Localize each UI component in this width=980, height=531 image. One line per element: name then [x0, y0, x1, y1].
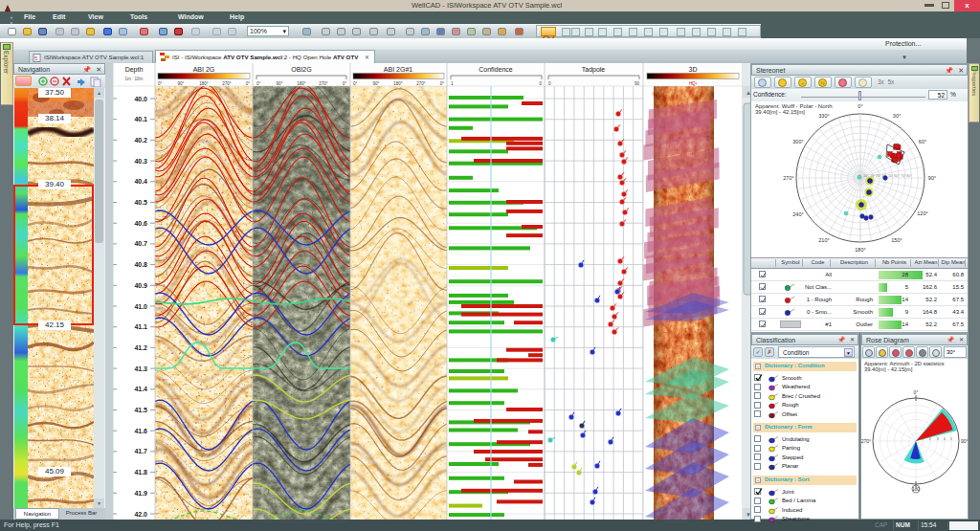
- svg-text:41.4: 41.4: [134, 386, 147, 392]
- svg-text:180°: 180°: [393, 81, 403, 86]
- svg-text:3: 3: [937, 437, 939, 441]
- svg-text:270°: 270°: [783, 175, 793, 181]
- svg-text:41.8: 41.8: [134, 469, 147, 476]
- svg-text:90°: 90°: [928, 175, 936, 181]
- svg-text:1: 1: [922, 437, 924, 441]
- svg-text:41.9: 41.9: [134, 490, 147, 497]
- svg-text:0°: 0°: [246, 81, 251, 86]
- svg-text:90°: 90°: [178, 81, 185, 86]
- svg-text:0°: 0°: [858, 103, 862, 109]
- svg-text:ABI 2G: ABI 2G: [193, 66, 215, 73]
- svg-text:41.0: 41.0: [134, 303, 147, 310]
- svg-text:40.2: 40.2: [134, 137, 147, 144]
- svg-text:0°: 0°: [440, 81, 445, 86]
- svg-text:41.1: 41.1: [134, 323, 147, 330]
- svg-text:60°: 60°: [919, 139, 926, 144]
- svg-text:41.2: 41.2: [134, 344, 147, 351]
- svg-text:ABI 2G#1: ABI 2G#1: [384, 66, 412, 73]
- svg-text:90: 90: [635, 81, 640, 86]
- svg-text:HQ¹: HQ¹: [689, 81, 698, 86]
- svg-text:40.4: 40.4: [134, 178, 147, 185]
- svg-text:41.3: 41.3: [134, 365, 147, 372]
- svg-text:240°: 240°: [792, 211, 803, 217]
- svg-text:0°: 0°: [914, 389, 919, 395]
- svg-text:5: 5: [950, 437, 952, 441]
- svg-text:270°: 270°: [861, 438, 871, 444]
- svg-text:150°: 150°: [891, 237, 902, 243]
- svg-text:40.6: 40.6: [134, 220, 147, 227]
- svg-text:330°: 330°: [818, 113, 829, 119]
- svg-text:Tadpole: Tadpole: [582, 66, 606, 74]
- svg-text:180°: 180°: [199, 81, 209, 86]
- svg-text:180: 180: [912, 487, 920, 492]
- svg-text:270°: 270°: [222, 81, 232, 86]
- svg-text:3D: 3D: [689, 66, 698, 73]
- svg-text:40.8: 40.8: [134, 261, 147, 268]
- svg-text:90°: 90°: [373, 81, 380, 86]
- svg-text:210°: 210°: [818, 237, 829, 243]
- svg-text:90°: 90°: [961, 438, 968, 444]
- svg-text:2: 2: [929, 437, 931, 441]
- svg-text:40.9: 40.9: [134, 282, 147, 289]
- svg-text:41.7: 41.7: [134, 448, 147, 454]
- svg-text:180°: 180°: [855, 247, 865, 253]
- svg-text:4: 4: [944, 437, 946, 441]
- svg-text:0°: 0°: [353, 81, 358, 86]
- svg-text:42.0: 42.0: [134, 511, 147, 518]
- svg-text:80°: 80°: [906, 174, 912, 178]
- svg-text:1m : 10m: 1m : 10m: [125, 77, 144, 81]
- svg-text:120°: 120°: [917, 210, 927, 216]
- svg-text:270°: 270°: [416, 81, 426, 86]
- svg-text:300°: 300°: [792, 139, 803, 144]
- svg-text:0°: 0°: [158, 81, 163, 86]
- svg-text:41.5: 41.5: [134, 407, 147, 413]
- svg-text:40.1: 40.1: [134, 116, 147, 122]
- svg-text:40.0: 40.0: [134, 96, 147, 102]
- svg-text:60°: 60°: [894, 174, 900, 178]
- svg-text:40.5: 40.5: [134, 199, 147, 206]
- svg-text:OBI2G: OBI2G: [291, 66, 311, 73]
- svg-text:270°: 270°: [319, 81, 328, 86]
- svg-text:0°: 0°: [343, 81, 347, 86]
- svg-text:40.3: 40.3: [134, 158, 147, 165]
- svg-text:90°: 90°: [277, 81, 283, 86]
- svg-text:Depth: Depth: [125, 66, 144, 74]
- svg-text:0°: 0°: [256, 81, 261, 86]
- svg-text:40.7: 40.7: [134, 240, 147, 247]
- svg-text:41.6: 41.6: [134, 428, 147, 434]
- svg-text:30°: 30°: [893, 113, 901, 119]
- svg-text:Confidence: Confidence: [479, 66, 513, 73]
- svg-text:180°: 180°: [297, 81, 306, 86]
